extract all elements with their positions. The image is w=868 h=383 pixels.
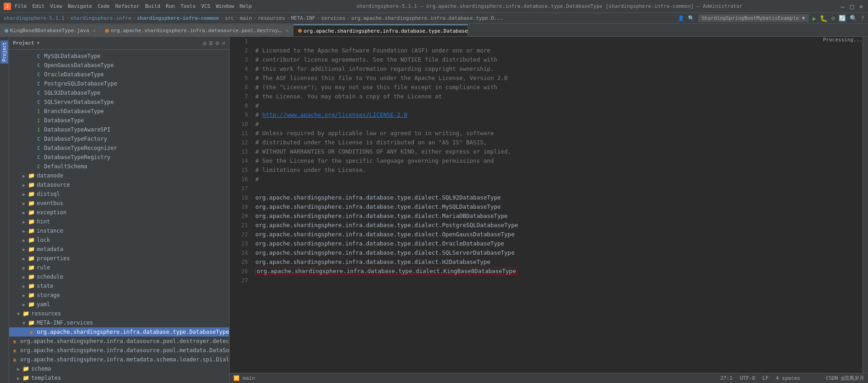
breadcrumb-item-3[interactable]: src (225, 15, 234, 21)
menu-navigate[interactable]: Navigate (68, 3, 92, 9)
tree-item-org-apache-shardingsphere-infr[interactable]: ▣org.apache.shardingsphere.infra.metadat… (9, 355, 229, 364)
tree-item-org-apache-shardingsphere-infr[interactable]: ▣org.apache.shardingsphere.infra.datasou… (9, 346, 229, 355)
tree-item-instance[interactable]: ▶📁instance (9, 226, 229, 235)
tree-arrow[interactable]: ▼ (15, 311, 22, 316)
tree-item-metadata[interactable]: ▶📁metadata (9, 245, 229, 254)
close-button[interactable]: ✕ (858, 3, 864, 10)
menu-build[interactable]: Build (145, 3, 160, 9)
tree-item-schema[interactable]: ▶📁schema (9, 364, 229, 373)
tree-item-templates[interactable]: ▶📁templates (9, 373, 229, 383)
hide-icon[interactable]: ✕ (222, 40, 225, 46)
collapse-icon[interactable]: ≡ (209, 40, 213, 46)
tree-arrow[interactable]: ▶ (20, 247, 28, 252)
settings-icon[interactable]: ⚙ (215, 40, 219, 46)
tree-item-storage[interactable]: ▶📁storage (9, 291, 229, 300)
search-everywhere-icon[interactable]: 🔍 (688, 15, 694, 21)
tree-item-OpenGaussDatabaseType[interactable]: COpenGaussDatabaseType (9, 61, 229, 70)
menu-code[interactable]: Code (97, 3, 110, 9)
menu-help[interactable]: Help (240, 3, 252, 9)
tree-item-lock[interactable]: ▶📁lock (9, 235, 229, 245)
breadcrumb-item-8[interactable]: org.apache.shardingsphere.infra.database… (351, 15, 503, 21)
tree-arrow[interactable]: ▶ (20, 256, 28, 261)
tree-item-datasource[interactable]: ▶📁datasource (9, 180, 229, 189)
project-sidebar-tab[interactable]: Project (0, 40, 8, 63)
tree-item-rule[interactable]: ▶📁rule (9, 263, 229, 272)
tree-item-BranchDatabaseType[interactable]: IBranchDatabaseType (9, 107, 229, 116)
scrollbar-right[interactable] (862, 37, 868, 373)
tab-databasetype[interactable]: org.apache.shardingsphere.infra.database… (293, 24, 468, 36)
tree-arrow[interactable]: ▶ (20, 293, 28, 298)
menu-tools[interactable]: Tools (180, 3, 196, 9)
tree-item-eventbus[interactable]: ▶📁eventbus (9, 199, 229, 208)
tree-item-DatabaseTypeAwareSPI[interactable]: IDatabaseTypeAwareSPI (9, 125, 229, 134)
breadcrumb-item-6[interactable]: META-INF (291, 15, 315, 21)
tree-arrow[interactable]: ▶ (20, 183, 28, 188)
project-panel-dropdown-icon[interactable]: ▼ (37, 40, 39, 46)
menu-window[interactable]: Window (216, 3, 234, 9)
tab-close-kingbase8[interactable]: ✕ (93, 28, 96, 33)
tree-arrow[interactable]: ▶ (15, 376, 22, 381)
tree-item-properties[interactable]: ▶📁properties (9, 254, 229, 263)
tab-kingbase8[interactable]: KingBase8DatabaseType.java ✕ (0, 24, 101, 36)
breadcrumb-item-2[interactable]: shardingsphere-infra-common (137, 15, 219, 21)
tree-arrow[interactable]: ▶ (20, 238, 28, 243)
tree-arrow[interactable]: ▶ (20, 229, 28, 234)
breadcrumb-item-4[interactable]: main (240, 15, 252, 21)
update-button[interactable]: 🔄 (839, 15, 846, 22)
settings-button[interactable]: ⚙ (831, 15, 835, 22)
debug-button[interactable]: 🐛 (820, 15, 828, 22)
tree-item-yaml[interactable]: ▶📁yaml (9, 300, 229, 309)
tree-item-MySQLDatabaseType[interactable]: CMySQLDatabaseType (9, 51, 229, 61)
tree-item-org-apache-shardingsphere-infr[interactable]: ▣org.apache.shardingsphere.infra.databas… (9, 327, 229, 337)
line-ending[interactable]: LF (762, 375, 768, 381)
tree-arrow[interactable]: ▶ (20, 201, 28, 206)
license-link[interactable]: http://www.apache.org/licenses/LICENSE-2… (262, 111, 407, 118)
maximize-button[interactable]: □ (849, 3, 855, 10)
search-button[interactable]: 🔍 (850, 15, 857, 22)
tree-arrow[interactable]: ▶ (20, 219, 28, 224)
minimize-button[interactable]: — (840, 3, 846, 10)
breadcrumb-item-7[interactable]: services (321, 15, 345, 21)
vcs-icon[interactable]: 👤 (678, 15, 684, 21)
tree-item-schedule[interactable]: ▶📁schedule (9, 272, 229, 281)
tree-item-datanode[interactable]: ▶📁datanode (9, 171, 229, 180)
menu-refactor[interactable]: Refactor (115, 3, 140, 9)
tree-item-resources[interactable]: ▼📁resources (9, 309, 229, 318)
menu-run[interactable]: Run (166, 3, 175, 9)
tree-item-DatabaseType[interactable]: IDatabaseType (9, 116, 229, 125)
encoding[interactable]: UTF-8 (740, 375, 755, 381)
breadcrumb-item-0[interactable]: shardingsphere-5.1.1 (4, 15, 64, 21)
tree-item-hint[interactable]: ▶📁hint (9, 217, 229, 226)
tree-item-DatabaseTypeRecognizer[interactable]: CDatabaseTypeRecognizer (9, 143, 229, 153)
locate-icon[interactable]: ◎ (203, 40, 207, 46)
project-tree[interactable]: CMySQLDatabaseTypeCOpenGaussDatabaseType… (9, 50, 229, 383)
tree-arrow[interactable]: ▶ (20, 192, 28, 197)
tree-item-OracleDatabaseType[interactable]: COracleDatabaseType (9, 70, 229, 79)
git-branch[interactable]: 🔀 main (233, 375, 255, 381)
tree-arrow[interactable]: ▶ (20, 302, 28, 307)
menu-bar[interactable]: File Edit View Navigate Code Refactor Bu… (15, 3, 252, 9)
run-button[interactable]: ▶ (812, 15, 816, 22)
tree-item-exception[interactable]: ▶📁exception (9, 208, 229, 217)
tree-item-state[interactable]: ▶📁state (9, 281, 229, 291)
tree-item-META-INF-services[interactable]: ▼📁META-INF.services (9, 318, 229, 327)
tree-item-DefaultSchema[interactable]: CDefaultSchema (9, 162, 229, 171)
menu-file[interactable]: File (15, 3, 27, 9)
tree-item-SQLServerDatabaseType[interactable]: CSQLServerDatabaseType (9, 97, 229, 107)
tree-arrow[interactable]: ▶ (20, 284, 28, 289)
help-button[interactable]: ? (861, 15, 864, 22)
tree-arrow[interactable]: ▶ (20, 265, 28, 270)
tree-item-DatabaseTypeFactory[interactable]: CDatabaseTypeFactory (9, 134, 229, 143)
tree-item-SQL92DatabaseType[interactable]: CSQL92DatabaseType (9, 88, 229, 97)
menu-vcs[interactable]: VCS (201, 3, 210, 9)
tree-arrow[interactable]: ▶ (20, 210, 28, 215)
tab-datasourcepool[interactable]: org.apache.shardingsphere.infra.datasour… (101, 24, 293, 36)
tree-arrow[interactable]: ▶ (15, 366, 22, 372)
tree-arrow[interactable]: ▶ (20, 274, 28, 280)
menu-edit[interactable]: Edit (33, 3, 45, 9)
code-content[interactable]: # Licensed to the Apache Software Founda… (252, 37, 862, 373)
indent[interactable]: 4 spaces (776, 375, 800, 381)
menu-view[interactable]: View (50, 3, 62, 9)
run-config-selector[interactable]: ShardingSpringBootMybatisExample ▼ (698, 14, 809, 22)
breadcrumb-item-1[interactable]: shardingsphere-infra (70, 15, 131, 21)
